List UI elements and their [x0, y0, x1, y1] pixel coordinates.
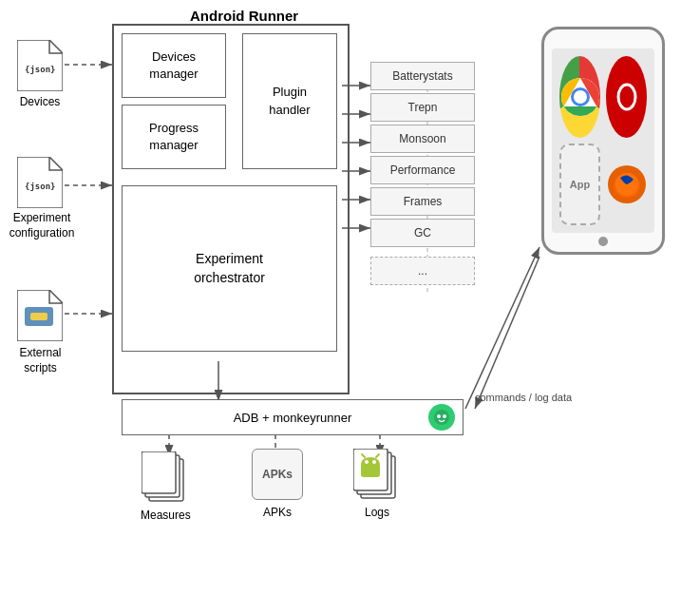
logs-stack: [353, 449, 401, 502]
app-placeholder-icon: App: [559, 144, 600, 225]
devices-manager-box: Devicesmanager: [122, 33, 226, 98]
page-title: Android Runner: [190, 8, 298, 24]
experiment-orchestrator-box: Experimentorchestrator: [122, 185, 337, 352]
svg-point-37: [372, 460, 376, 464]
apks-icon: APKs: [252, 449, 303, 500]
plugin-performance: Performance: [370, 156, 475, 184]
commands-label: commands / log data: [475, 392, 572, 403]
measures-label: Measures: [141, 509, 191, 522]
progress-manager-box: Progressmanager: [122, 105, 226, 169]
svg-point-36: [365, 460, 369, 464]
scripts-label: Externalscripts: [9, 346, 71, 375]
chrome-app-icon: [559, 56, 600, 138]
plugin-trepn: Trepn: [370, 93, 475, 122]
phone-screen: App: [552, 48, 654, 233]
logs-section: Logs: [353, 449, 401, 519]
svg-line-17: [465, 247, 539, 409]
opera-app-icon: [606, 56, 647, 138]
measures-stack: [142, 451, 189, 505]
experiment-doc: {json}: [17, 157, 63, 208]
svg-rect-24: [30, 313, 47, 320]
svg-rect-35: [361, 464, 380, 477]
phone: App: [541, 27, 665, 255]
apks-section: APKs APKs: [252, 449, 303, 519]
diagram: Android Runner: [0, 0, 700, 595]
monkeyrunner-icon: [428, 404, 455, 431]
measures-section: Measures: [141, 451, 191, 522]
apks-label: APKs: [263, 506, 292, 519]
experiment-label: Experiment configuration: [4, 211, 80, 240]
svg-point-26: [437, 414, 441, 418]
phone-home-button: [598, 237, 608, 246]
plugin-more: ...: [370, 257, 475, 285]
scripts-doc: [17, 290, 63, 341]
svg-rect-30: [142, 451, 176, 493]
plugin-monsoon: Monsoon: [370, 125, 475, 153]
plugin-gc: GC: [370, 219, 475, 247]
plugin-frames: Frames: [370, 187, 475, 216]
svg-line-16: [475, 257, 539, 409]
svg-text:{json}: {json}: [25, 65, 56, 74]
devices-doc: {json}: [17, 40, 63, 91]
svg-point-43: [574, 90, 587, 104]
logs-label: Logs: [365, 506, 389, 519]
svg-point-27: [443, 414, 446, 418]
svg-text:{json}: {json}: [25, 182, 56, 191]
plugin-batterystats: Batterystats: [370, 62, 475, 90]
devices-label: Devices: [13, 95, 66, 108]
plugin-handler-box: Pluginhandler: [242, 33, 337, 169]
adb-box: ADB + monkeyrunner: [122, 399, 464, 435]
svg-point-25: [434, 410, 449, 425]
firefox-app-icon: [606, 144, 647, 225]
